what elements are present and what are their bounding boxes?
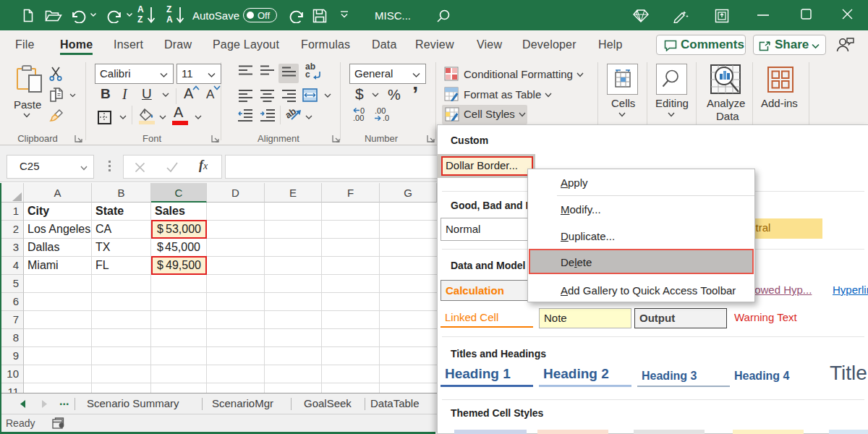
svg-text:.0: .0 [383, 114, 389, 121]
svg-text:Z: Z [137, 14, 142, 25]
svg-text:A: A [137, 5, 144, 14]
svg-text:A: A [166, 14, 173, 25]
svg-text:Z: Z [166, 5, 171, 14]
svg-text:.00: .00 [353, 114, 364, 121]
